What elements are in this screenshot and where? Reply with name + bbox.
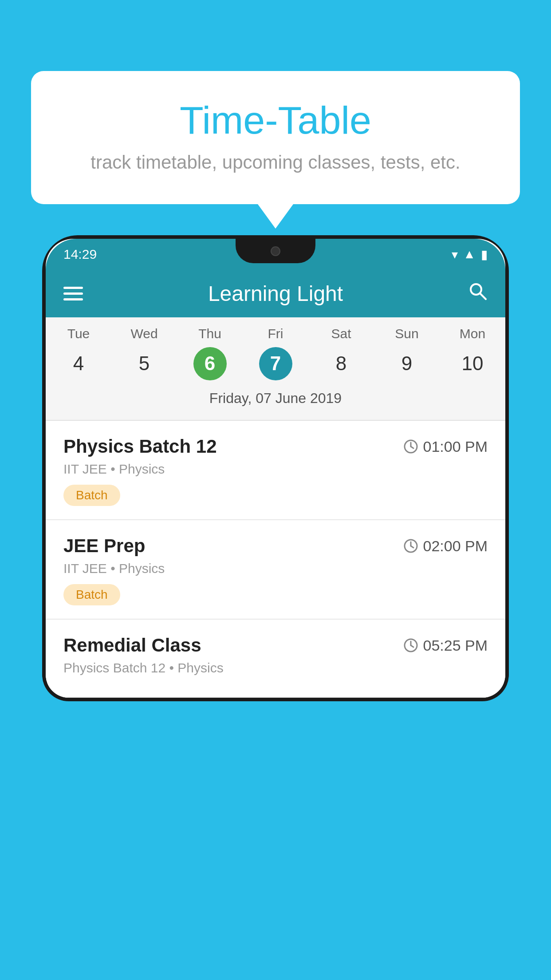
schedule-item-2-tag: Batch — [63, 584, 120, 605]
wifi-icon: ▾ — [452, 247, 458, 262]
day-10[interactable]: 10 — [440, 346, 505, 381]
svg-line-10 — [411, 645, 413, 647]
bubble-subtitle: track timetable, upcoming classes, tests… — [67, 152, 484, 173]
phone-inner-screen: 14:29 ▾ ▲ ▮ Learning Light — [46, 239, 505, 698]
phone-outer-shell: 14:29 ▾ ▲ ▮ Learning Light — [42, 235, 509, 701]
schedule-item-3-name: Remedial Class — [63, 635, 201, 656]
day-header-sat: Sat — [308, 326, 374, 341]
schedule-item-2-top: JEE Prep 02:00 PM — [63, 535, 488, 557]
day-6-today[interactable]: 6 — [177, 346, 243, 381]
day-headers-row: Tue Wed Thu Fri Sat Sun Mon — [46, 326, 505, 341]
schedule-item-1-time: 01:00 PM — [403, 438, 488, 455]
day-header-fri: Fri — [243, 326, 308, 341]
bubble-arrow — [258, 204, 293, 229]
app-title: Learning Light — [208, 281, 343, 306]
day-numbers-row: 4 5 6 7 8 9 10 — [46, 346, 505, 381]
day-header-wed: Wed — [111, 326, 177, 341]
day-7-selected[interactable]: 7 — [243, 346, 308, 381]
camera-dot — [271, 246, 280, 256]
schedule-item-2[interactable]: JEE Prep 02:00 PM IIT JEE • Physics Batc… — [46, 520, 505, 620]
schedule-item-1[interactable]: Physics Batch 12 01:00 PM IIT JEE • Phys… — [46, 421, 505, 520]
schedule-item-3-time: 05:25 PM — [403, 637, 488, 654]
day-header-tue: Tue — [46, 326, 111, 341]
schedule-item-1-name: Physics Batch 12 — [63, 436, 217, 457]
app-header: Learning Light — [46, 270, 505, 317]
schedule-item-1-meta: IIT JEE • Physics — [63, 462, 488, 477]
day-8[interactable]: 8 — [308, 346, 374, 381]
hamburger-menu-button[interactable] — [63, 287, 83, 300]
status-icons: ▾ ▲ ▮ — [452, 247, 488, 262]
schedule-item-3[interactable]: Remedial Class 05:25 PM Physics Batch 12… — [46, 620, 505, 698]
search-button[interactable] — [468, 281, 488, 306]
phone-mockup: 14:29 ▾ ▲ ▮ Learning Light — [42, 235, 509, 980]
selected-date-label: Friday, 07 June 2019 — [46, 386, 505, 415]
day-5[interactable]: 5 — [111, 346, 177, 381]
day-9[interactable]: 9 — [374, 346, 440, 381]
clock-icon-1 — [403, 439, 418, 454]
clock-icon-2 — [403, 538, 418, 553]
schedule-item-2-time: 02:00 PM — [403, 537, 488, 555]
svg-line-4 — [411, 447, 413, 448]
bubble-title: Time-Table — [67, 98, 484, 143]
day-header-sun: Sun — [374, 326, 440, 341]
schedule-item-2-name: JEE Prep — [63, 535, 145, 557]
signal-icon: ▲ — [463, 247, 476, 261]
phone-notch — [236, 239, 315, 263]
schedule-item-2-meta: IIT JEE • Physics — [63, 561, 488, 576]
status-time: 14:29 — [63, 247, 97, 262]
schedule-item-3-top: Remedial Class 05:25 PM — [63, 635, 488, 656]
calendar-strip: Tue Wed Thu Fri Sat Sun Mon 4 5 6 7 8 9 … — [46, 317, 505, 420]
schedule-item-3-meta: Physics Batch 12 • Physics — [63, 660, 488, 676]
battery-icon: ▮ — [481, 247, 488, 262]
svg-line-7 — [411, 546, 413, 548]
day-header-thu: Thu — [177, 326, 243, 341]
speech-bubble-section: Time-Table track timetable, upcoming cla… — [31, 71, 520, 229]
clock-icon-3 — [403, 638, 418, 653]
day-4[interactable]: 4 — [46, 346, 111, 381]
day-header-mon: Mon — [440, 326, 505, 341]
schedule-list: Physics Batch 12 01:00 PM IIT JEE • Phys… — [46, 421, 505, 698]
schedule-item-1-tag: Batch — [63, 485, 120, 506]
status-bar: 14:29 ▾ ▲ ▮ — [46, 239, 505, 270]
speech-bubble-card: Time-Table track timetable, upcoming cla… — [31, 71, 520, 204]
schedule-item-1-top: Physics Batch 12 01:00 PM — [63, 436, 488, 457]
svg-line-1 — [480, 293, 486, 299]
